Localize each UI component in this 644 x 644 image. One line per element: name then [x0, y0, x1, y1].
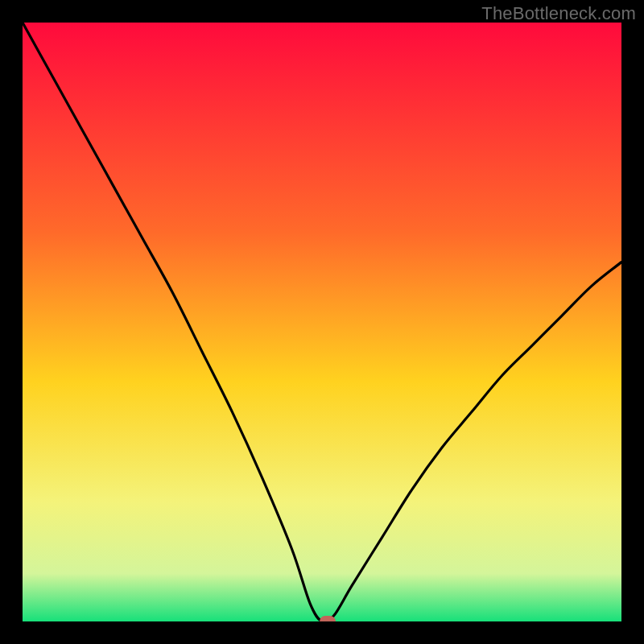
chart-frame: TheBottleneck.com — [0, 0, 644, 644]
plot-area — [23, 23, 621, 621]
operating-point-marker — [320, 616, 336, 621]
bottleneck-chart-svg — [23, 23, 621, 621]
gradient-background — [23, 23, 621, 621]
watermark-text: TheBottleneck.com — [481, 3, 636, 24]
